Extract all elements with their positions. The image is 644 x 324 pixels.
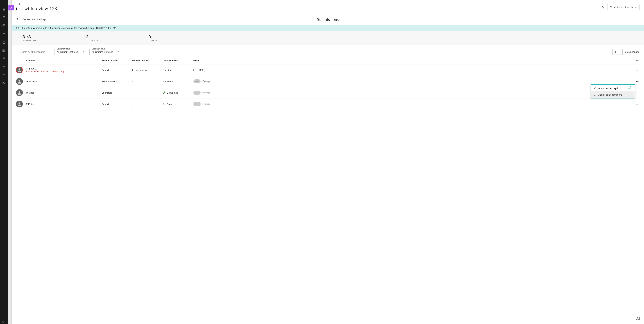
student-status: Submitted [102,69,132,72]
exempt-label: Exempt [202,91,210,94]
info-icon [16,27,19,29]
menu-add-exemptions[interactable]: Add or edit exemptions [591,91,635,98]
col-student[interactable]: Student [26,59,102,62]
grade-pill-disabled: -- [194,91,200,95]
grading-status: - [132,103,163,106]
svg-point-7 [611,7,612,8]
student-name[interactable]: G Grader2 [26,80,102,83]
chevron-down-icon [620,51,621,53]
courses-icon[interactable] [2,32,6,36]
student-name[interactable]: G grader1 [26,67,102,70]
items-per-page-label: items per page [624,51,640,53]
peer-review-status: Not started [163,69,194,72]
stat-to-grade: 2 TO GRADE [86,34,98,42]
grading-status-filter[interactable]: Grading Status All Grading Statuses [90,49,122,55]
institution-icon[interactable] [2,7,6,11]
content-settings-link[interactable]: Content and Settings [22,18,46,21]
admin-icon[interactable] [2,74,6,77]
table-row[interactable]: P PetarSubmitted-Completed--Exempt⋯ [16,99,640,110]
chevron-down-icon [634,6,637,9]
grade-input[interactable]: -- / 100 [194,68,205,72]
svg-point-10 [18,68,20,70]
stats-bar: 3 of 3 SUBMITTED 2 TO GRADE 0 TO POST [12,31,644,45]
chevron-down-icon [118,51,120,53]
main-panel: math test with review 123 Visible to stu… [12,0,644,324]
visibility-dropdown[interactable]: Visible to students [607,4,640,10]
student-status: Submitted [102,91,132,94]
help-button[interactable] [635,316,640,321]
chevron-down-icon [83,51,84,53]
stat-to-post: 0 TO POST [148,34,158,42]
pager: 25 items per page [612,49,640,55]
student-status: Submitted [102,103,132,106]
exempt-label: Exempt [202,80,210,83]
peer-review-status: Completed [163,91,194,94]
subject-label: math [16,3,57,6]
panel-header: math test with review 123 Visible to stu… [12,0,644,14]
tools-icon[interactable] [2,65,6,69]
svg-point-15 [18,102,20,104]
search-box[interactable] [16,49,52,55]
svg-point-13 [18,91,20,93]
assignment-title: test with review 123 [16,6,57,12]
col-peer-reviews[interactable]: Peer Reviews [163,59,194,62]
search-icon [18,50,18,53]
avatar [16,89,23,96]
grading-status: In peer review [132,69,163,72]
table-header: Student Student Status Grading Status Pe… [16,57,640,65]
svg-point-11 [18,80,20,82]
attempt-info: Attempted on 12/21/22, 11:09 AM (late) [26,70,102,73]
hint-icon[interactable] [602,6,605,9]
svg-point-6 [4,74,4,75]
peer-review-status: Completed [163,103,194,106]
student-name[interactable]: M Matej [26,91,102,94]
svg-rect-3 [3,41,5,44]
grade-pill-disabled: -- [194,102,200,106]
col-grade[interactable]: Grade [194,59,224,62]
svg-rect-2 [3,33,5,35]
student-status-filter[interactable]: Student Status All Student Statuses [54,49,87,55]
row-actions-button[interactable]: ⋯ [632,79,640,83]
close-panel-button[interactable] [8,5,14,11]
globe-icon[interactable] [2,24,6,28]
back-button[interactable] [16,17,20,22]
table-row[interactable]: G grader1Attempted on 12/21/22, 11:09 AM… [16,65,640,76]
student-name[interactable]: P Petar [26,103,102,106]
grading-status: - [132,91,163,94]
items-per-page-select[interactable]: 25 [612,49,622,55]
grade-pill-disabled: -- [194,79,200,83]
avatar [16,101,23,108]
grade-cell: -- / 100 [194,68,224,72]
avatar [16,78,23,85]
table-row[interactable]: M MatejSubmitted-Completed--Exempt⋯ [16,87,640,99]
info-banner: Students may continue to submit peer rev… [12,25,644,31]
svg-rect-5 [3,58,5,60]
submissions-table: Student Student Status Grading Status Pe… [12,57,644,110]
annotation-arrow [627,81,632,91]
col-student-status[interactable]: Student Status [102,59,132,62]
grades-icon[interactable] [2,57,6,61]
student-status: No Submission [102,80,132,83]
messages-icon[interactable] [2,49,6,53]
col-grading-status[interactable]: Grading Status [132,59,163,62]
table-row[interactable]: G Grader2No Submission-Not started--Exem… [16,76,640,87]
privacy-link[interactable]: Priv [1,321,4,323]
avatar [16,67,23,74]
row-actions-button[interactable]: ⋯ [632,102,640,106]
calendar-icon[interactable] [2,40,6,44]
search-input[interactable] [20,51,50,53]
left-nav-rail: Priv [0,0,8,324]
secondary-rail [8,0,12,324]
peer-review-status: Not started [163,80,194,83]
grade-cell: --Exempt [194,102,224,106]
profile-icon[interactable] [2,16,6,20]
signout-icon[interactable] [2,82,6,86]
svg-point-14 [163,92,165,94]
controls-row: Student Status All Student Statuses Grad… [12,45,644,57]
sub-header: Content and Settings Submissions [12,14,644,25]
row-actions-button[interactable]: ⋯ [632,68,640,72]
row-actions-menu: Add or edit exceptionsAdd or edit exempt… [590,84,635,99]
stat-submitted: 3 of 3 SUBMITTED [22,34,36,42]
svg-point-9 [18,52,18,52]
header-actions[interactable]: ⋯ [632,59,640,63]
